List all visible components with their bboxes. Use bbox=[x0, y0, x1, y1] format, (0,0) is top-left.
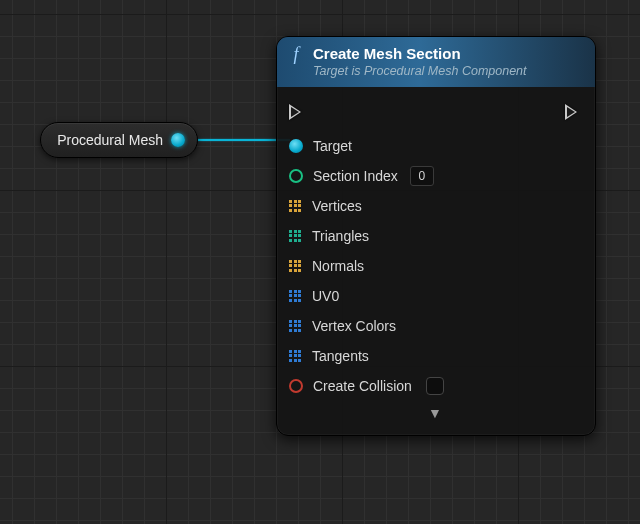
input-pin-uv0[interactable] bbox=[289, 290, 302, 303]
pin-label-target: Target bbox=[313, 138, 352, 154]
input-pin-normals[interactable] bbox=[289, 260, 302, 273]
pin-label-uv0: UV0 bbox=[312, 288, 339, 304]
pin-row-vertex-colors: Vertex Colors bbox=[289, 311, 581, 341]
chevron-down-icon: ▼ bbox=[428, 405, 442, 421]
variable-node-label: Procedural Mesh bbox=[57, 132, 163, 148]
node-title: Create Mesh Section bbox=[313, 45, 527, 64]
pin-row-target: Target bbox=[289, 131, 581, 161]
section-index-field[interactable]: 0 bbox=[410, 166, 434, 186]
pin-row-vertices: Vertices bbox=[289, 191, 581, 221]
pin-row-triangles: Triangles bbox=[289, 221, 581, 251]
input-pin-vertex-colors[interactable] bbox=[289, 320, 302, 333]
pin-row-uv0: UV0 bbox=[289, 281, 581, 311]
function-icon: f bbox=[287, 45, 305, 65]
pin-row-create-collision: Create Collision bbox=[289, 371, 581, 401]
pin-row-section-index: Section Index 0 bbox=[289, 161, 581, 191]
node-header[interactable]: f Create Mesh Section Target is Procedur… bbox=[277, 37, 595, 87]
input-pin-tangents[interactable] bbox=[289, 350, 302, 363]
input-pin-create-collision[interactable] bbox=[289, 379, 303, 393]
output-pin-object[interactable] bbox=[171, 133, 185, 147]
expand-toggle[interactable]: ▼ bbox=[289, 401, 581, 429]
input-pin-vertices[interactable] bbox=[289, 200, 302, 213]
wire-procmesh-to-target[interactable] bbox=[190, 139, 290, 141]
node-subtitle: Target is Procedural Mesh Component bbox=[313, 64, 527, 80]
pin-label-section-index: Section Index bbox=[313, 168, 398, 184]
create-collision-checkbox[interactable] bbox=[426, 377, 444, 395]
pin-row-normals: Normals bbox=[289, 251, 581, 281]
exec-out-pin[interactable] bbox=[565, 104, 577, 120]
pin-label-normals: Normals bbox=[312, 258, 364, 274]
input-pin-triangles[interactable] bbox=[289, 230, 302, 243]
pin-row-tangents: Tangents bbox=[289, 341, 581, 371]
node-body: Target Section Index 0 Vertices Triangle… bbox=[277, 87, 595, 435]
pin-label-vertex-colors: Vertex Colors bbox=[312, 318, 396, 334]
pin-label-vertices: Vertices bbox=[312, 198, 362, 214]
variable-node-procedural-mesh[interactable]: Procedural Mesh bbox=[40, 122, 198, 158]
input-pin-section-index[interactable] bbox=[289, 169, 303, 183]
function-node-create-mesh-section[interactable]: f Create Mesh Section Target is Procedur… bbox=[276, 36, 596, 436]
input-pin-target[interactable] bbox=[289, 139, 303, 153]
exec-in-pin[interactable] bbox=[289, 104, 301, 120]
exec-row bbox=[289, 97, 581, 127]
pin-label-tangents: Tangents bbox=[312, 348, 369, 364]
pin-label-create-collision: Create Collision bbox=[313, 378, 412, 394]
pin-label-triangles: Triangles bbox=[312, 228, 369, 244]
